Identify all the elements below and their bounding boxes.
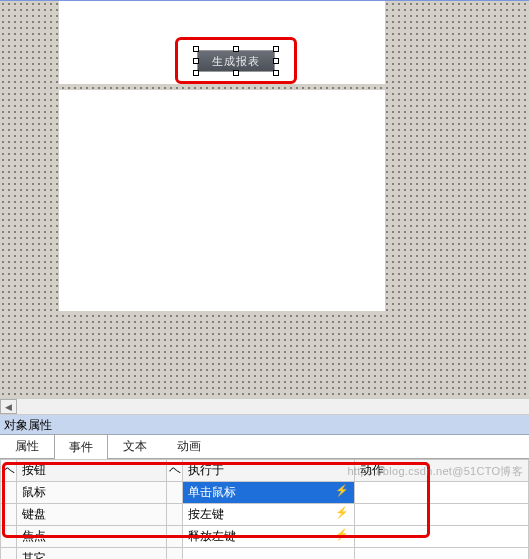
resize-handle-mr[interactable] <box>273 58 279 64</box>
expand-toggle[interactable]: ヘ <box>167 460 183 482</box>
tab-events[interactable]: 事件 <box>54 434 108 459</box>
cell-category[interactable]: 焦点 <box>17 526 167 548</box>
properties-tabs: 属性 事件 文本 动画 <box>0 435 529 459</box>
cell-action[interactable] <box>355 548 529 560</box>
cell-category[interactable]: 键盘 <box>17 504 167 526</box>
expand-toggle[interactable]: ヘ <box>1 460 17 482</box>
grid-row[interactable]: 其它 <box>1 548 529 560</box>
tab-animation[interactable]: 动画 <box>162 433 216 458</box>
tab-properties[interactable]: 属性 <box>0 433 54 458</box>
scroll-left-button[interactable]: ◀ <box>0 399 17 414</box>
grid-row[interactable]: 焦点 释放左键⚡ <box>1 526 529 548</box>
cell-action[interactable] <box>355 482 529 504</box>
cell-action[interactable] <box>355 504 529 526</box>
header-trigger: 执行于 <box>183 460 355 482</box>
resize-handle-tl[interactable] <box>193 46 199 52</box>
report-sheet-section-main <box>59 90 385 311</box>
lightning-icon[interactable]: ⚡ <box>335 506 349 519</box>
cell-trigger[interactable]: 按左键⚡ <box>183 504 355 526</box>
cell-action[interactable] <box>355 526 529 548</box>
lightning-icon[interactable]: ⚡ <box>335 484 349 497</box>
cell-trigger[interactable]: 释放左键⚡ <box>183 526 355 548</box>
design-canvas[interactable]: 生成报表 <box>0 0 529 398</box>
tab-text[interactable]: 文本 <box>108 433 162 458</box>
events-grid: ヘ 按钮 ヘ 执行于 动作 鼠标 单击鼠标⚡ 键盘 按左键⚡ 焦点 释放左键⚡ <box>0 459 529 559</box>
resize-handle-tr[interactable] <box>273 46 279 52</box>
resize-handle-br[interactable] <box>273 70 279 76</box>
cell-trigger[interactable]: 单击鼠标⚡ <box>183 482 355 504</box>
grid-row[interactable]: 键盘 按左键⚡ <box>1 504 529 526</box>
properties-panel-title: 对象属性 <box>0 415 529 435</box>
grid-header-row: ヘ 按钮 ヘ 执行于 动作 <box>1 460 529 482</box>
resize-handle-ml[interactable] <box>193 58 199 64</box>
scrollbar-horizontal[interactable]: ◀ <box>0 398 529 415</box>
header-category: 按钮 <box>17 460 167 482</box>
grid-row[interactable]: 鼠标 单击鼠标⚡ <box>1 482 529 504</box>
resize-handle-tc[interactable] <box>233 46 239 52</box>
lightning-icon[interactable]: ⚡ <box>335 528 349 541</box>
resize-handle-bc[interactable] <box>233 70 239 76</box>
header-action: 动作 <box>355 460 529 482</box>
cell-category[interactable]: 其它 <box>17 548 167 560</box>
cell-trigger[interactable] <box>183 548 355 560</box>
resize-handle-bl[interactable] <box>193 70 199 76</box>
generate-report-button[interactable]: 生成报表 <box>197 50 275 72</box>
cell-category[interactable]: 鼠标 <box>17 482 167 504</box>
